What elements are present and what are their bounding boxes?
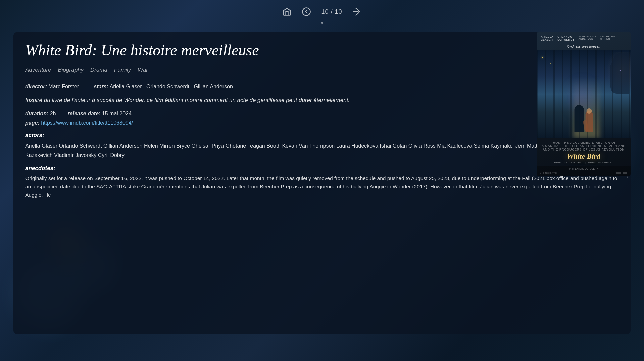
poster-footer-text: IN THEATERS OCTOBER 4 [540,167,627,171]
genre-war: War [138,67,148,73]
top-navigation: 10 / 10 [0,0,644,23]
duration-value: 2h [50,111,56,116]
release-field: release date: 15 mai 2024 [68,111,132,117]
forward-arrow-icon [352,7,362,16]
back-arrow-icon [302,7,311,16]
director-value: Marc Forster [48,84,79,89]
duration-label: duration: [25,111,48,116]
card-header: White Bird: Une histoire merveilleuse 7.… [25,42,619,59]
home-button[interactable] [282,7,292,16]
actors-list: Ariella Glaser Orlando Schwerdt Gillian … [25,141,619,160]
meta-row: duration: 2h release date: 15 mai 2024 [25,111,619,117]
page-label: page: [25,120,40,126]
release-label: release date: [68,111,101,116]
page-counter: 10 / 10 [321,8,342,15]
poster-visual [537,50,631,138]
poster-subtitle: From the best-selling author of wonder [541,161,627,164]
home-icon [282,7,292,16]
poster-title: White Bird [541,152,627,160]
genre-adventure: Adventure [25,67,51,73]
credits-row: director: Marc Forster stars: Ariella Gl… [25,84,619,90]
imdb-link[interactable]: https://www.imdb.com/title/tt11068094/ [41,120,133,126]
svg-point-0 [303,8,310,15]
poster-title-block: FROM THE ACCLAIMED DIRECTOR OFA MAN CALL… [537,138,631,166]
back-button[interactable] [302,7,311,16]
poster-tagline: Kindness lives forever. [537,43,631,50]
actors-section-title: actors: [25,132,619,139]
release-value: 15 mai 2024 [102,111,132,116]
poster-footer: IN THEATERS OCTOBER 4 LIONSGATE [537,166,631,176]
movie-poster: ARIELLAGLASER ORLANDOSCHWERDT WITH GILLI… [537,32,631,176]
imdb-row: page: https://www.imdb.com/title/tt11068… [25,120,619,126]
genre-drama: Drama [90,67,107,73]
stars-value: Ariella Glaser Orlando Schwerdt Gillian … [110,84,233,89]
genres-list: Adventure Biography Drama Family War [25,67,148,73]
genres-actions-row: Adventure Biography Drama Family War [25,63,619,81]
poster-cast-names: ARIELLAGLASER ORLANDOSCHWERDT WITH GILLI… [537,32,631,43]
genre-family: Family [114,67,131,73]
director-label: director: [25,84,47,89]
anecdotes-section-title: anecdotes: [25,165,619,172]
forward-button[interactable] [352,7,362,16]
movie-description: Inspiré du livre de l'auteur à succès de… [25,96,619,105]
anecdotes-text: Originally set for a release on Septembe… [25,174,619,324]
movie-title: White Bird: Une histoire merveilleuse [25,42,543,59]
genre-biography: Biography [58,67,84,73]
duration-field: duration: 2h [25,111,56,117]
stars-label: stars: [94,84,108,89]
